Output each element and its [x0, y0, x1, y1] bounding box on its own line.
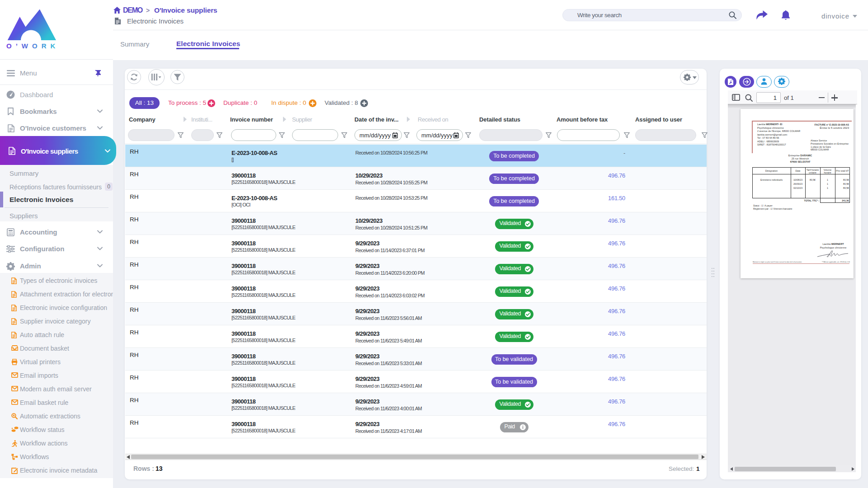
- svg-text:O’WORK: O’WORK: [6, 42, 59, 50]
